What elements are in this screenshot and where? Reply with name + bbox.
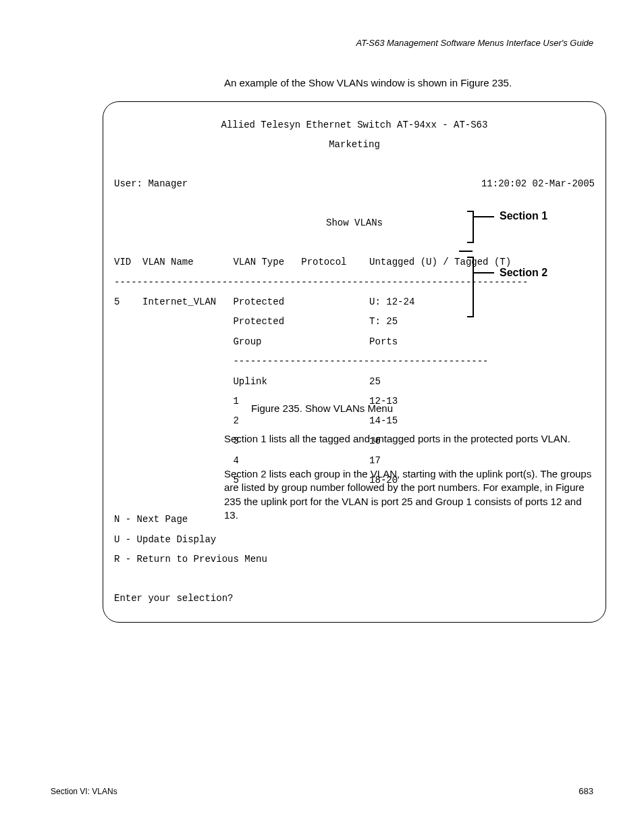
- column-headers: VID VLAN Name VLAN Type Protocol Untagge…: [114, 257, 595, 267]
- vlan-entry-line3: Group Ports: [114, 337, 595, 347]
- group-row-2: 2 14-15: [114, 416, 595, 426]
- group-row-4: 4 17: [114, 456, 595, 466]
- tick-section-2: [473, 272, 494, 273]
- figure-caption: Figure 235. Show VLANs Menu: [0, 402, 644, 414]
- legend-update: U - Update Display: [114, 535, 595, 545]
- footer-page-number: 683: [579, 786, 593, 796]
- paragraph-section-2: Section 2 lists each group in the VLAN, …: [224, 467, 594, 522]
- terminal-prompt: Enter your selection?: [114, 594, 595, 604]
- annotation-section-2: Section 2: [500, 267, 547, 279]
- vlan-entry: 5 Internet_VLAN Protected U: 12-24: [114, 297, 595, 307]
- terminal-user: User: Manager: [114, 179, 188, 189]
- paragraph-section-1: Section 1 lists all the tagged and untag…: [224, 432, 594, 446]
- doc-header: AT-S63 Management Software Menus Interfa…: [356, 38, 594, 48]
- terminal-window: Allied Telesyn Ethernet Switch AT-94xx -…: [103, 101, 606, 623]
- tick-section-1: [473, 216, 494, 217]
- legend-return: R - Return to Previous Menu: [114, 554, 595, 565]
- terminal-title-2: Marketing: [114, 140, 595, 150]
- sub-divider: ----------------------------------------…: [114, 357, 595, 367]
- annotation-section-1: Section 1: [500, 210, 547, 222]
- tick-divider: [459, 251, 473, 252]
- group-row-0: Uplink 25: [114, 377, 595, 387]
- terminal-title-1: Allied Telesyn Ethernet Switch AT-94xx -…: [114, 120, 595, 130]
- intro-paragraph: An example of the Show VLANs window is s…: [224, 77, 512, 88]
- vlan-entry-line2: Protected T: 25: [114, 317, 595, 327]
- footer-section: Section VI: VLANs: [51, 787, 117, 796]
- terminal-timestamp: 11:20:02 02-Mar-2005: [481, 179, 595, 189]
- bracket-section-2: [467, 257, 474, 317]
